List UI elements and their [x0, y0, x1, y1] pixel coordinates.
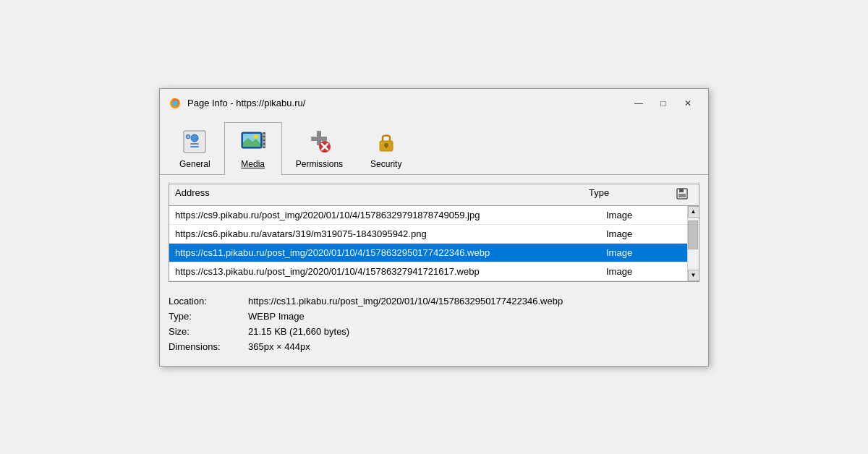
media-table: Address Type https://cs9.pikabu.ru/post_…: [169, 184, 699, 282]
svg-point-3: [191, 134, 198, 142]
page-info-window: Page Info - https://pikabu.ru/ — □ ✕ i G…: [159, 88, 709, 367]
details-panel: Location: https://cs11.pikabu.ru/post_im…: [169, 291, 699, 357]
size-value: 21.15 KB (21,660 bytes): [248, 326, 349, 337]
row-address: https://cs13.pikabu.ru/post_img/2020/01/…: [175, 266, 606, 277]
svg-rect-23: [386, 145, 387, 148]
table-body: https://cs9.pikabu.ru/post_img/2020/01/1…: [169, 206, 699, 281]
svg-rect-4: [190, 143, 199, 145]
tab-general-label: General: [179, 159, 210, 169]
row-address: https://cs6.pikabu.ru/avatars/319/m31907…: [175, 228, 606, 239]
detail-size-row: Size: 21.15 KB (21,660 bytes): [169, 324, 699, 339]
row-type: Image: [606, 228, 693, 239]
location-value: https://cs11.pikabu.ru/post_img/2020/01/…: [248, 296, 563, 307]
svg-rect-17: [311, 137, 327, 141]
tab-bar: i General: [160, 116, 708, 175]
svg-rect-15: [263, 145, 265, 147]
table-row-selected[interactable]: https://cs11.pikabu.ru/post_img/2020/01/…: [169, 244, 699, 262]
scroll-down-button[interactable]: ▼: [688, 270, 699, 281]
detail-dimensions-row: Dimensions: 365px × 444px: [169, 339, 699, 354]
type-column-header: Type: [589, 187, 676, 202]
scroll-up-button[interactable]: ▲: [688, 206, 699, 218]
dimensions-label: Dimensions:: [169, 341, 248, 352]
firefox-icon: [169, 97, 182, 110]
main-content: Address Type https://cs9.pikabu.ru/post_…: [160, 175, 708, 366]
table-row[interactable]: https://cs13.pikabu.ru/post_img/2020/01/…: [169, 262, 699, 281]
type-label: Type:: [169, 311, 248, 322]
tab-permissions-label: Permissions: [296, 159, 343, 169]
general-tab-icon: i: [180, 127, 209, 156]
table-row[interactable]: https://cs6.pikabu.ru/avatars/319/m31907…: [169, 225, 699, 244]
detail-location-row: Location: https://cs11.pikabu.ru/post_im…: [169, 294, 699, 309]
row-address: https://cs9.pikabu.ru/post_img/2020/01/1…: [175, 210, 606, 220]
tab-general[interactable]: i General: [166, 122, 224, 175]
svg-point-10: [254, 134, 258, 139]
address-column-header: Address: [175, 187, 589, 202]
save-icon-header: [676, 187, 693, 202]
svg-rect-12: [263, 134, 265, 136]
tab-media[interactable]: Media: [224, 122, 282, 175]
svg-rect-13: [263, 137, 265, 140]
tab-media-label: Media: [241, 159, 265, 169]
titlebar-left: Page Info - https://pikabu.ru/: [169, 97, 305, 110]
scrollbar-track[interactable]: [688, 218, 699, 270]
maximize-button[interactable]: □: [652, 95, 675, 112]
table-header: Address Type: [169, 184, 699, 206]
svg-point-1: [172, 100, 178, 106]
svg-rect-26: [678, 194, 686, 197]
minimize-button[interactable]: —: [627, 95, 650, 112]
tab-security-label: Security: [370, 159, 401, 169]
location-label: Location:: [169, 296, 248, 307]
permissions-tab-icon: [305, 127, 333, 156]
row-type: Image: [606, 266, 693, 277]
dimensions-value: 365px × 444px: [248, 341, 310, 352]
row-type: Image: [606, 247, 693, 258]
save-icon: [676, 187, 689, 200]
size-label: Size:: [169, 326, 248, 337]
tab-permissions[interactable]: Permissions: [282, 122, 357, 175]
row-type: Image: [606, 210, 693, 220]
security-tab-icon: [372, 127, 401, 156]
window-title: Page Info - https://pikabu.ru/: [187, 98, 305, 108]
svg-rect-14: [263, 141, 265, 143]
tab-security[interactable]: Security: [357, 122, 415, 175]
svg-rect-25: [679, 189, 684, 192]
media-tab-icon: [239, 127, 268, 156]
table-row[interactable]: https://cs9.pikabu.ru/post_img/2020/01/1…: [169, 206, 699, 225]
close-button[interactable]: ✕: [676, 95, 699, 112]
row-address: https://cs11.pikabu.ru/post_img/2020/01/…: [175, 247, 606, 258]
scrollbar[interactable]: ▲ ▼: [687, 206, 699, 281]
type-value: WEBP Image: [248, 311, 305, 322]
detail-type-row: Type: WEBP Image: [169, 309, 699, 324]
titlebar: Page Info - https://pikabu.ru/ — □ ✕: [160, 89, 708, 116]
scrollbar-thumb[interactable]: [688, 220, 698, 249]
titlebar-controls: — □ ✕: [627, 95, 699, 112]
svg-rect-5: [190, 146, 199, 147]
